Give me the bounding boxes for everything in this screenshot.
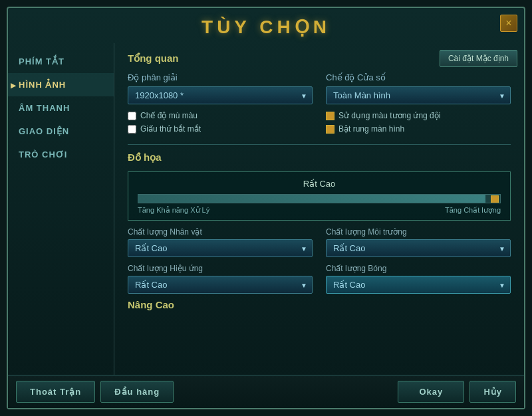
hieu-ung-select-wrapper: Rất Cao Cao Trung bình Thấp ▼ [128, 276, 313, 294]
checkbox-rung-row: Bật rung màn hình [326, 124, 511, 134]
checkbox-rung-box[interactable] [326, 125, 334, 134]
bong-select[interactable]: Rất Cao Cao Trung bình Thấp [326, 276, 511, 294]
quality-moi-truong-label: Chất lượng Môi trường [326, 227, 511, 237]
resolution-row: Độ phân giải 1920x1080 * 1600x900 1280x7… [128, 72, 511, 104]
okay-button[interactable]: Okay [398, 381, 464, 403]
checkbox-right-col: Sử dụng màu tương ứng đội Bật rung màn h… [326, 111, 511, 138]
quality-grid: Chất lượng Nhân vật Rất Cao Cao Trung bì… [128, 227, 511, 294]
quality-hieu-ung: Chất lượng Hiệu ứng Rất Cao Cao Trung bì… [128, 264, 313, 294]
resolution-select-wrapper: 1920x1080 * 1600x900 1280x720 ▼ [128, 86, 313, 104]
checkbox-mu-mau-row: Chế độ mù màu [128, 111, 313, 120]
dau-hang-button[interactable]: Đầu hàng [100, 381, 174, 403]
checkbox-mu-mau[interactable] [128, 112, 136, 120]
sidebar-item-am-thanh[interactable]: ÂM THANH [8, 96, 114, 120]
resolution-select[interactable]: 1920x1080 * 1600x900 1280x720 [128, 86, 313, 104]
checkbox-giau-thu-label: Giấu thứ bắt mắt [140, 124, 201, 134]
window-mode-label: Chế độ Cửa số [326, 72, 511, 82]
nhan-vat-select-wrapper: Rất Cao Cao Trung bình Thấp ▼ [128, 239, 313, 257]
huy-button[interactable]: Hủy [469, 381, 516, 403]
window-mode-col: Chế độ Cửa số Toàn Màn hình Cửa sổ Không… [326, 72, 511, 104]
bong-select-wrapper: Rất Cao Cao Trung bình Thấp ▼ [326, 276, 511, 294]
moi-truong-select-wrapper: Rất Cao Cao Trung bình Thấp ▼ [326, 239, 511, 257]
default-settings-button[interactable]: Cài đặt Mặc định [440, 50, 517, 67]
title-bar: TÙY CHỌN × [8, 8, 524, 43]
section-nang-cao-title: Nâng Cao [128, 299, 511, 310]
quality-nhan-vat-label: Chất lượng Nhân vật [128, 227, 313, 237]
quality-hieu-ung-label: Chất lượng Hiệu ứng [128, 264, 313, 273]
checkbox-giau-thu[interactable] [128, 125, 136, 134]
sidebar-item-phim-tat[interactable]: PHÍM TẮT [8, 50, 114, 73]
checkbox-mau-tuong-doi-label: Sử dụng màu tương ứng đội [338, 111, 440, 120]
close-button[interactable]: × [500, 15, 517, 32]
thoat-tran-button[interactable]: Thoát Trận [16, 381, 95, 403]
slider-wrapper [138, 194, 501, 203]
checkbox-giau-thu-row: Giấu thứ bắt mắt [128, 124, 313, 134]
graphics-box: Rất Cao Tăng Khả năng Xử Lý Tăng Chất lư… [128, 171, 511, 221]
sidebar-item-giao-dien[interactable]: GIAO DIỆN [8, 120, 114, 143]
footer-spacer [179, 381, 392, 403]
resolution-col: Độ phân giải 1920x1080 * 1600x900 1280x7… [128, 72, 313, 104]
checkbox-row: Chế độ mù màu Giấu thứ bắt mắt Sử dụng m… [128, 111, 511, 138]
slider-left-label: Tăng Khả năng Xử Lý [138, 206, 209, 215]
quality-bong-label: Chất lượng Bóng [326, 264, 511, 273]
slider-labels: Tăng Khả năng Xử Lý Tăng Chất lượng [138, 206, 501, 215]
modal-body: PHÍM TẮT HÌNH ẢNH ÂM THANH GIAO DIỆN TRÒ… [8, 43, 524, 375]
slider-fill [138, 195, 485, 203]
moi-truong-select[interactable]: Rất Cao Cao Trung bình Thấp [326, 239, 511, 257]
checkbox-mau-tuong-doi-box[interactable] [326, 112, 334, 120]
quality-moi-truong: Chất lượng Môi trường Rất Cao Cao Trung … [326, 227, 511, 257]
graphics-preset-label: Rất Cao [138, 179, 501, 189]
checkbox-mu-mau-label: Chế độ mù màu [140, 111, 198, 120]
footer: Thoát Trận Đầu hàng Okay Hủy [8, 375, 524, 408]
window-mode-select-wrapper: Toàn Màn hình Cửa sổ Không viền ▼ [326, 86, 511, 104]
content-area: Cài đặt Mặc định Tổng quan Độ phân giải … [114, 43, 524, 375]
modal-title: TÙY CHỌN [201, 17, 331, 37]
sidebar-item-hinh-anh[interactable]: HÌNH ẢNH [8, 73, 114, 96]
slider-right-label: Tăng Chất lượng [445, 206, 501, 215]
checkbox-left-col: Chế độ mù màu Giấu thứ bắt mắt [128, 111, 313, 138]
divider-1 [128, 144, 511, 145]
quality-nhan-vat: Chất lượng Nhân vật Rất Cao Cao Trung bì… [128, 227, 313, 257]
hieu-ung-select[interactable]: Rất Cao Cao Trung bình Thấp [128, 276, 313, 294]
resolution-label: Độ phân giải [128, 72, 313, 82]
section-do-hoa-title: Đồ họa [128, 152, 511, 163]
nhan-vat-select[interactable]: Rất Cao Cao Trung bình Thấp [128, 239, 313, 257]
checkbox-mau-tuong-doi-row: Sử dụng màu tương ứng đội [326, 111, 511, 120]
checkbox-rung-label: Bật rung màn hình [338, 124, 404, 134]
slider-thumb [491, 195, 499, 203]
slider-track[interactable] [138, 194, 501, 203]
window-mode-select[interactable]: Toàn Màn hình Cửa sổ Không viền [326, 86, 511, 104]
settings-modal: TÙY CHỌN × PHÍM TẮT HÌNH ẢNH ÂM THANH GI… [7, 7, 525, 409]
sidebar-item-tro-choi[interactable]: TRÒ CHƠI [8, 143, 114, 166]
quality-bong: Chất lượng Bóng Rất Cao Cao Trung bình T… [326, 264, 511, 294]
sidebar: PHÍM TẮT HÌNH ẢNH ÂM THANH GIAO DIỆN TRÒ… [8, 43, 114, 375]
